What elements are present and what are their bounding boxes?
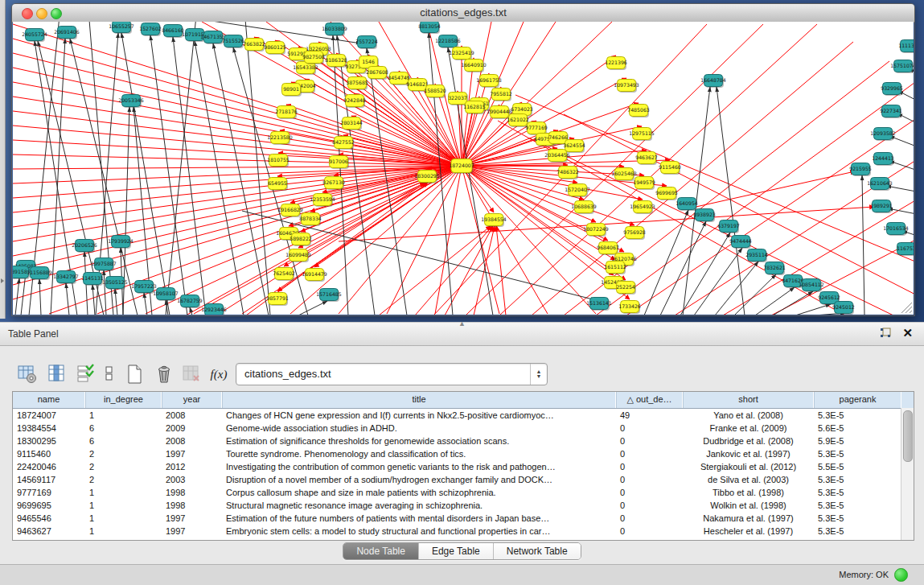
network-node[interactable]: 2718176 <box>275 106 298 120</box>
table-cell[interactable]: 18300295 <box>13 435 85 447</box>
table-cell[interactable]: 5.9E-5 <box>814 435 901 447</box>
network-node[interactable]: 3875685 <box>346 77 368 91</box>
network-node[interactable]: 8466160 <box>162 25 184 39</box>
table-cell[interactable]: 9115460 <box>13 447 85 460</box>
network-node[interactable]: 16961758 <box>476 75 502 89</box>
table-cell[interactable]: 18724007 <box>13 409 85 422</box>
table-cell[interactable]: 1 <box>85 525 162 538</box>
table-row[interactable]: 911546021997Tourette syndrome. Phenomeno… <box>13 447 914 460</box>
table-cell[interactable]: 9699695 <box>13 499 85 512</box>
network-node[interactable]: 1527602 <box>139 23 162 37</box>
network-node[interactable]: 7557224 <box>355 36 378 50</box>
network-node[interactable]: 917006 <box>329 156 349 170</box>
table-cell[interactable]: Stergiakouli et al. (2012) <box>683 460 814 473</box>
table-cell[interactable]: 5.3E-5 <box>814 512 901 525</box>
network-node[interactable]: 20053346 <box>118 95 144 109</box>
table-row[interactable]: 969969511998Structural magnetic resonanc… <box>13 499 914 512</box>
network-node[interactable]: 9827508 <box>302 51 325 65</box>
table-cell[interactable]: 2 <box>85 473 162 486</box>
network-node[interactable]: 1221396 <box>605 57 627 71</box>
network-node[interactable]: 20691406 <box>54 27 80 40</box>
network-node[interactable]: 13505125 <box>102 277 128 290</box>
table-cell[interactable]: Disruption of a novel member of a sodium… <box>222 473 616 486</box>
column-header-title[interactable]: title <box>222 392 616 408</box>
table-cell[interactable]: 9465546 <box>13 512 85 525</box>
tab-edge-table[interactable]: Edge Table <box>418 543 493 559</box>
network-node[interactable]: 12218586 <box>435 35 461 49</box>
network-node[interactable]: 1640954 <box>676 198 698 212</box>
network-node[interactable]: 8427552 <box>332 137 355 150</box>
table-cell[interactable]: 1997 <box>162 447 222 460</box>
column-header-name[interactable]: name <box>13 392 85 408</box>
network-node[interactable]: 7486322 <box>556 167 579 180</box>
table-cell[interactable]: 0 <box>616 435 683 447</box>
network-node[interactable]: 1615112 <box>604 262 626 275</box>
network-node[interactable]: 7663822 <box>243 39 265 52</box>
table-row[interactable]: 1456911722003Disruption of a novel membe… <box>13 473 914 486</box>
delete-column-icon[interactable] <box>151 362 177 386</box>
network-node[interactable]: 8267130 <box>322 177 345 191</box>
network-node[interactable]: 19654923 <box>630 201 655 215</box>
network-canvas[interactable]: 2405572420691406106552571527602846616010… <box>13 22 914 315</box>
table-cell[interactable]: Corpus callosum shape and size in male p… <box>222 486 616 499</box>
network-node[interactable]: 9699695 <box>655 187 678 201</box>
table-cell[interactable]: 1998 <box>162 499 222 512</box>
new-column-icon[interactable] <box>122 362 148 386</box>
network-node[interactable]: 16914479 <box>302 269 327 282</box>
network-node[interactable]: 7485063 <box>627 105 650 118</box>
table-cell[interactable]: Estimation of the future numbers of pati… <box>222 512 616 525</box>
network-node[interactable]: 7832621 <box>763 262 786 276</box>
table-cell[interactable]: 9463627 <box>13 525 85 538</box>
table-cell[interactable]: Structural magnetic resonance image aver… <box>222 499 616 512</box>
network-node[interactable]: 16099489 <box>285 249 311 263</box>
network-node[interactable]: 16033809 <box>322 23 347 37</box>
network-node[interactable]: 2803144 <box>340 117 363 131</box>
network-node[interactable]: 9756928 <box>623 227 646 241</box>
table-cell[interactable]: 5.6E-5 <box>814 422 901 435</box>
table-cell[interactable]: 5.3E-5 <box>814 499 901 512</box>
network-node[interactable]: 16640910 <box>461 60 487 73</box>
network-node[interactable]: 15136141 <box>586 298 612 311</box>
column-header-short[interactable]: short <box>683 392 814 408</box>
table-cell[interactable]: 2008 <box>162 435 222 447</box>
column-header-pagerank[interactable]: pagerank <box>814 392 901 408</box>
table-cell[interactable]: 5.3E-5 <box>814 447 901 460</box>
network-node[interactable]: 7955812 <box>490 89 512 102</box>
network-node[interactable]: 10655257 <box>109 22 134 34</box>
table-cell[interactable]: Tourette syndrome. Phenomenology and cla… <box>222 447 616 460</box>
network-node[interactable]: 16648784 <box>700 75 726 89</box>
network-node[interactable]: 9329965 <box>881 83 903 97</box>
network-node[interactable]: 9684067 <box>597 242 619 256</box>
network-node[interactable]: 1244413 <box>872 153 894 167</box>
table-row[interactable]: 977716911998Corpus callosum shape and si… <box>13 486 914 499</box>
table-row[interactable]: 2242004622012Investigating the contribut… <box>13 460 914 473</box>
row-height-icon[interactable] <box>97 362 122 386</box>
table-cell[interactable]: 14569117 <box>13 473 85 486</box>
table-cell[interactable]: Estimation of significance thresholds fo… <box>222 435 616 447</box>
network-node[interactable]: 9857791 <box>266 293 289 307</box>
network-node[interactable]: 12923446 <box>201 304 227 315</box>
table-cell[interactable]: Nakamura et al. (1997) <box>683 512 814 525</box>
network-node[interactable]: 9227341 <box>880 105 902 119</box>
table-cell[interactable]: de Silva et al. (2003) <box>683 473 814 486</box>
network-node[interactable]: 13342797 <box>53 271 79 285</box>
network-node[interactable]: 116753 <box>897 243 914 257</box>
table-cell[interactable]: Embryonic stem cells: a model to study s… <box>222 525 616 538</box>
table-cell[interactable]: 5.3E-5 <box>814 486 901 499</box>
table-cell[interactable]: 0 <box>616 422 683 435</box>
network-node[interactable]: 9215955 <box>849 163 872 177</box>
table-cell[interactable]: 0 <box>616 473 683 486</box>
network-node[interactable]: 15716485 <box>316 289 342 303</box>
table-cell[interactable]: Investigating the contribution of common… <box>222 460 616 473</box>
splitter-handle[interactable]: ▲ <box>458 319 466 328</box>
tab-network-table[interactable]: Network Table <box>493 543 581 559</box>
network-node[interactable]: 8186328 <box>325 55 347 68</box>
network-node[interactable]: 12975115 <box>629 128 655 142</box>
network-node[interactable]: 5898222 <box>290 233 312 247</box>
table-cell[interactable]: 2008 <box>162 409 222 422</box>
table-cell[interactable]: Tibbo et al. (1998) <box>683 486 814 499</box>
close-panel-icon[interactable]: ✕ <box>902 327 913 340</box>
resize-grip-icon[interactable] <box>901 303 912 313</box>
network-node[interactable]: 17939924 <box>108 236 133 249</box>
left-collapse-strip[interactable] <box>0 0 6 319</box>
